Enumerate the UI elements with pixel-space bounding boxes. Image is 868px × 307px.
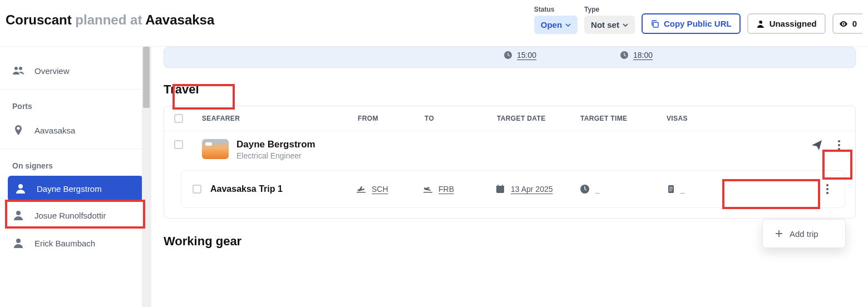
svg-point-10 xyxy=(838,140,840,142)
sidebar-item-port-aavasaksa[interactable]: Aavasaksa xyxy=(0,116,151,144)
plane-arrive-icon xyxy=(423,184,433,194)
more-button[interactable] xyxy=(833,139,845,151)
sidebar-item-overview[interactable]: Overview xyxy=(0,57,151,85)
trip-to[interactable]: FRB xyxy=(423,184,495,194)
title-vessel: Coruscant xyxy=(6,12,72,27)
svg-point-18 xyxy=(826,188,828,190)
seafarer-role: Electrical Engineer xyxy=(236,151,315,160)
status-label: Status xyxy=(534,6,578,13)
svg-point-3 xyxy=(14,67,18,70)
col-to: TO xyxy=(425,115,497,122)
sidebar-item-erick-baumbach[interactable]: Erick Baumbach xyxy=(0,229,151,257)
travel-section-title: Travel xyxy=(164,82,199,97)
trip-more-button[interactable] xyxy=(821,183,834,195)
trip-from[interactable]: SCH xyxy=(356,184,423,194)
type-dropdown[interactable]: Not set xyxy=(584,16,635,34)
divider xyxy=(0,89,151,90)
plane-depart-icon xyxy=(356,184,366,194)
assignee-label: Unassigned xyxy=(770,19,817,28)
main: 15:00 18:00 Travel SEAFARER FROM TO TARG… xyxy=(151,47,868,307)
person-icon xyxy=(14,182,27,195)
overview-label: Overview xyxy=(34,66,70,76)
status-dropdown[interactable]: Open xyxy=(534,16,578,34)
page-title: Coruscant planned at Aavasaksa xyxy=(6,12,214,28)
from-code: SCH xyxy=(372,185,388,194)
chevron-down-icon xyxy=(623,22,628,28)
svg-point-2 xyxy=(842,23,844,24)
svg-point-17 xyxy=(826,184,828,186)
to-code: FRB xyxy=(438,185,454,194)
user-slash-icon xyxy=(756,19,765,28)
status-value: Open xyxy=(541,20,562,29)
signer-label: Josue Runolfsdottir xyxy=(34,211,106,220)
row-actions xyxy=(811,139,845,151)
port-label: Aavasaksa xyxy=(34,126,75,135)
assignee-button[interactable]: Unassigned xyxy=(747,13,826,34)
ports-section-label: Ports xyxy=(0,94,151,116)
calendar-icon xyxy=(495,184,505,194)
person-icon xyxy=(12,209,24,221)
watchers-button[interactable]: 0 xyxy=(832,13,862,34)
copy-public-url-button[interactable]: Copy Public URL xyxy=(642,13,741,34)
avatar xyxy=(202,139,229,159)
seafarer-row: Dayne Bergstrom Electrical Engineer xyxy=(164,131,855,170)
visas-value: _ xyxy=(680,185,685,194)
layout: Overview Ports Aavasaksa On signers Dayn… xyxy=(0,47,868,307)
signer-label: Erick Baumbach xyxy=(34,239,95,248)
trip-time[interactable]: _ xyxy=(580,184,666,194)
svg-point-1 xyxy=(759,21,762,24)
svg-point-5 xyxy=(18,184,23,189)
sidebar-scrollbar[interactable] xyxy=(142,47,151,307)
add-trip-item[interactable]: Add trip xyxy=(766,223,842,244)
sidebar-item-dayne-bergstrom[interactable]: Dayne Bergstrom xyxy=(8,176,143,201)
document-icon xyxy=(666,184,676,194)
date-value: 13 Apr 2025 xyxy=(511,185,553,194)
table-head: SEAFARER FROM TO TARGET DATE TARGET TIME… xyxy=(164,106,855,131)
topbar: Coruscant planned at Aavasaksa Status Op… xyxy=(0,0,868,47)
title-action: planned at xyxy=(75,12,142,27)
col-seafarer: SEAFARER xyxy=(202,115,358,122)
watch-count: 0 xyxy=(852,19,857,28)
top-controls: Status Open Type Not set Copy Public URL… xyxy=(534,6,862,34)
send-button[interactable] xyxy=(811,139,823,151)
divider xyxy=(0,148,151,149)
checkbox-trip[interactable] xyxy=(193,185,201,194)
add-trip-label: Add trip xyxy=(790,229,818,239)
svg-point-12 xyxy=(838,148,840,150)
clock-icon xyxy=(580,184,590,194)
copy-public-url-label: Copy Public URL xyxy=(664,19,732,28)
svg-point-7 xyxy=(16,239,21,243)
col-from: FROM xyxy=(358,115,425,122)
person-icon xyxy=(12,237,24,249)
svg-point-11 xyxy=(838,144,840,146)
clock-icon xyxy=(504,51,512,60)
scrollbar-thumb[interactable] xyxy=(143,47,150,108)
sidebar-item-josue-runolfsdottir[interactable]: Josue Runolfsdottir xyxy=(0,201,151,229)
checkbox-all[interactable] xyxy=(174,114,183,123)
time-chip-1[interactable]: 15:00 xyxy=(504,51,536,60)
trip-date[interactable]: 13 Apr 2025 xyxy=(495,184,580,194)
time-value: 15:00 xyxy=(517,51,536,60)
time-block: 15:00 18:00 xyxy=(164,47,856,68)
status-block: Status Open xyxy=(534,6,578,34)
copy-icon xyxy=(650,19,659,28)
checkbox-row[interactable] xyxy=(174,140,183,149)
svg-rect-0 xyxy=(653,22,658,27)
time-value: _ xyxy=(595,185,600,194)
col-target-date: TARGET DATE xyxy=(497,115,580,122)
chevron-down-icon xyxy=(565,22,571,28)
sidebar: Overview Ports Aavasaksa On signers Dayn… xyxy=(0,47,151,307)
trip-name: Aavasaksa Trip 1 xyxy=(210,184,356,194)
trip-row: Aavasaksa Trip 1 SCH FRB 13 Apr 2025 xyxy=(181,170,845,208)
trip-visas[interactable]: _ xyxy=(666,184,821,194)
travel-panel: SEAFARER FROM TO TARGET DATE TARGET TIME… xyxy=(164,106,856,219)
eye-icon xyxy=(839,19,848,28)
on-signers-section-label: On signers xyxy=(0,154,151,176)
time-chip-2[interactable]: 18:00 xyxy=(620,51,653,60)
plus-icon xyxy=(774,229,784,239)
type-value: Not set xyxy=(591,20,619,29)
svg-point-6 xyxy=(16,211,21,215)
col-visas: VISAS xyxy=(667,115,845,122)
type-label: Type xyxy=(584,6,635,13)
signer-label: Dayne Bergstrom xyxy=(37,184,102,194)
